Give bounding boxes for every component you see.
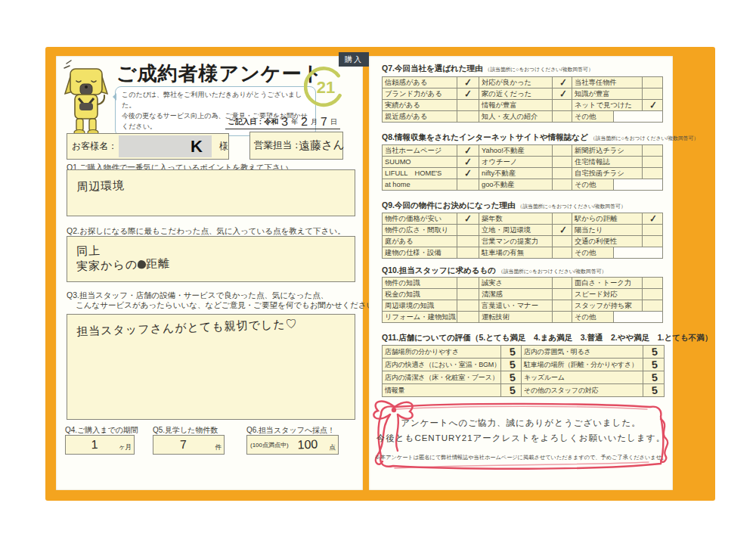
checkbox-cell bbox=[552, 213, 572, 225]
entry-date-row: ご記入日：令和 3 年 2 月 7 日 bbox=[225, 116, 340, 129]
check-mark-icon: ✓ bbox=[464, 88, 472, 100]
option-label: その他 bbox=[572, 247, 614, 259]
rating-score: 5 bbox=[500, 371, 522, 384]
checkbox-cell bbox=[457, 179, 479, 191]
checkbox-cell: ✓ bbox=[552, 224, 572, 236]
entry-date-day-handwritten: 7 bbox=[321, 116, 327, 127]
check-mark-icon: ✓ bbox=[649, 100, 657, 111]
footer-thanks-line1: アンケートへのご協力、誠にありがとうございました。 bbox=[369, 418, 673, 429]
rating-label: 店内の快適さ（におい・室温・BGM） bbox=[382, 358, 501, 371]
check-mark-icon: ✓ bbox=[559, 225, 567, 236]
option-label: 庭がある bbox=[382, 235, 457, 247]
option-label: 駅からの距離 bbox=[572, 213, 643, 225]
rating-score: 5 bbox=[643, 358, 665, 371]
check-row: 税金の知識清潔感スピード対応 bbox=[382, 288, 667, 300]
checkbox-cell bbox=[457, 99, 479, 111]
check-row: 物件の知識誠実さ面白さ・トーク力 bbox=[382, 277, 667, 289]
sales-agent-label: 営業担当： bbox=[250, 139, 302, 152]
option-label: 信頼感がある bbox=[382, 76, 457, 88]
checkbox-cell bbox=[457, 288, 479, 300]
q6-label: Q6.担当スタッフへ採点！ bbox=[246, 425, 335, 436]
check-row: ブランド力がある✓家の近くだった✓知識が豊富 bbox=[382, 88, 667, 100]
option-label: 自宅投函チラシ bbox=[572, 167, 643, 179]
other-blank-cell bbox=[613, 179, 663, 191]
checkbox-cell bbox=[552, 288, 572, 300]
score-handwritten: 5 bbox=[651, 359, 658, 371]
q4-unit: ヶ月 bbox=[119, 443, 132, 452]
q7-note: （該当箇所に○をおつけください/複数回答可） bbox=[485, 67, 593, 72]
checkbox-cell bbox=[552, 247, 572, 259]
customer-initial: K bbox=[191, 137, 212, 157]
check-row: 当社ホームページ✓Yahoo!不動産新聞折込チラシ bbox=[382, 144, 667, 157]
rating-row: 店舗場所の分かりやすさ5店内の雰囲気・明るさ5 bbox=[382, 345, 667, 359]
check-row: リフォーム・建物知識運転技術その他 bbox=[382, 311, 667, 323]
option-label: リフォーム・建物知識 bbox=[382, 311, 457, 323]
check-mark-icon: ✓ bbox=[464, 77, 472, 88]
orange-frame: 購入 ご成約者様アンケート このたびは、弊社をご利用いただきありがとうございまし… bbox=[45, 47, 715, 501]
option-label: 建物の仕様・設備 bbox=[382, 247, 457, 259]
q8-note: （該当箇所に○をおつけください/複数回答可） bbox=[590, 135, 699, 141]
option-label: 物件の価格が安い bbox=[382, 213, 457, 225]
option-label: 立地・周辺環境 bbox=[479, 224, 553, 236]
check-row: SUUMO✓オウチーノ住宅情報誌 bbox=[382, 156, 667, 168]
option-label: goo不動産 bbox=[479, 179, 553, 191]
option-label: LIFULL HOME'S bbox=[382, 167, 457, 179]
checkbox-cell: ✓ bbox=[642, 99, 663, 111]
rating-row: 店内の清潔さ（床・化粧室・ブース）5キッズルーム5 bbox=[382, 371, 667, 384]
checkbox-cell bbox=[457, 110, 479, 123]
rating-score: 5 bbox=[643, 371, 665, 384]
option-label: 誠実さ bbox=[479, 277, 553, 289]
checkbox-cell bbox=[642, 224, 663, 236]
score-handwritten: 5 bbox=[509, 385, 516, 397]
checkbox-cell bbox=[642, 156, 663, 168]
q11-rating-table: 店舗場所の分かりやすさ5店内の雰囲気・明るさ5店内の快適さ（におい・室温・BGM… bbox=[382, 345, 667, 397]
checkbox-cell: ✓ bbox=[457, 144, 479, 157]
q6-answer-box: (100点満点中) 100 点 bbox=[246, 435, 339, 455]
checkbox-cell bbox=[552, 110, 572, 123]
checkbox-cell bbox=[552, 179, 572, 191]
option-label: 住宅情報誌 bbox=[572, 156, 643, 168]
redacted-name-block: K bbox=[119, 135, 212, 157]
rating-label: 店内の雰囲気・明るさ bbox=[521, 345, 643, 359]
q1-answer-box: 周辺環境 bbox=[67, 169, 355, 216]
checkbox-cell bbox=[457, 277, 479, 289]
checkbox-cell: ✓ bbox=[457, 213, 479, 225]
checkbox-cell bbox=[552, 144, 572, 157]
checkbox-cell: ✓ bbox=[457, 167, 479, 179]
day-unit: 日 bbox=[330, 117, 337, 127]
q8-title: Q8.情報収集をされたインターネットサイトや情報誌など （該当箇所に○をおつけく… bbox=[382, 132, 699, 143]
option-label: SUUMO bbox=[382, 156, 457, 168]
option-label: スタッフが持ち家 bbox=[572, 300, 643, 312]
month-unit: 月 bbox=[311, 117, 318, 127]
rating-label: 駐車場の場所（距離・分かりやすさ） bbox=[521, 358, 643, 371]
rating-label: 情報量 bbox=[382, 383, 501, 397]
rating-row: 情報量5その他のスタッフの対応5 bbox=[382, 383, 667, 397]
q6-value-handwritten: 100 bbox=[285, 435, 331, 455]
option-label: 新聞折込チラシ bbox=[572, 144, 643, 157]
checkbox-cell bbox=[552, 156, 572, 168]
check-row: at homegoo不動産その他 bbox=[382, 179, 667, 191]
rating-label: 店内の清潔さ（床・化粧室・ブース） bbox=[382, 371, 501, 384]
check-row: 信頼感がある✓対応が良かった✓当社専任物件 bbox=[382, 76, 667, 88]
option-label: 陽当たり bbox=[572, 224, 643, 236]
checkbox-cell: ✓ bbox=[457, 76, 479, 88]
checkbox-cell bbox=[642, 288, 663, 300]
other-blank-cell bbox=[613, 311, 663, 323]
check-row: 建物の仕様・設備駐車場の有無その他 bbox=[382, 247, 667, 259]
year-unit: 年 bbox=[291, 117, 298, 127]
checkbox-cell bbox=[642, 167, 663, 179]
score-handwritten: 5 bbox=[651, 372, 658, 384]
rating-score: 5 bbox=[500, 383, 522, 397]
honorific-label: 様 bbox=[219, 140, 228, 153]
checkbox-cell bbox=[642, 277, 663, 289]
check-row: 実績がある情報が豊富ネットで見つけた✓ bbox=[382, 99, 667, 111]
checkbox-cell bbox=[642, 235, 663, 247]
q9-note: （該当箇所に○をおつけください/複数回答可） bbox=[517, 203, 625, 209]
entry-date-month-handwritten: 2 bbox=[301, 116, 308, 127]
checkbox-cell: ✓ bbox=[552, 88, 572, 100]
option-label: スピード対応 bbox=[572, 288, 643, 300]
checkbox-cell bbox=[642, 144, 663, 157]
option-label: 面白さ・トーク力 bbox=[572, 277, 643, 289]
check-mark-icon: ✓ bbox=[464, 168, 472, 179]
option-label: 築年数 bbox=[479, 213, 553, 225]
